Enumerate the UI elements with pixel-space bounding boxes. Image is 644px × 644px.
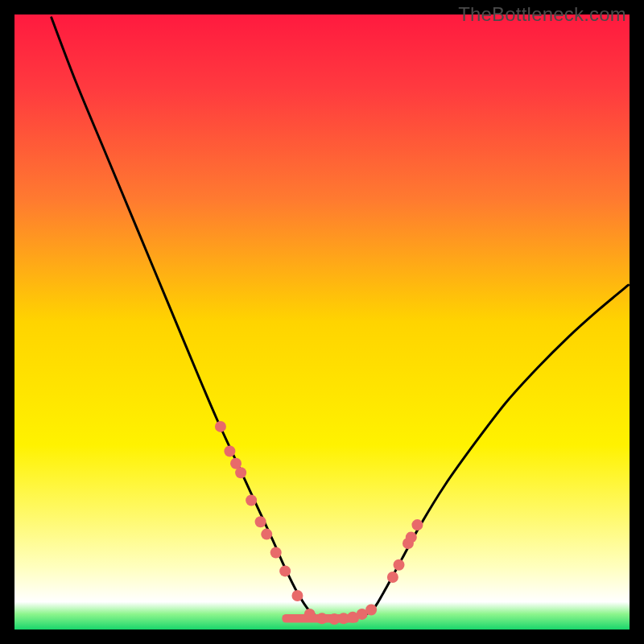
sample-dot [304, 609, 316, 620]
sample-dot [235, 467, 246, 478]
sample-dot [394, 559, 405, 571]
chart-background [14, 14, 630, 630]
sample-dot [406, 531, 417, 543]
sample-dot [270, 547, 282, 559]
sample-dot [411, 519, 423, 530]
sample-dot [255, 516, 266, 527]
bottleneck-chart [14, 14, 630, 630]
sample-dot [224, 445, 235, 456]
sample-dot [279, 565, 291, 576]
chart-frame [14, 14, 630, 630]
sample-dot [261, 529, 272, 540]
sample-dot [316, 613, 328, 624]
watermark-text: TheBottleneck.com [458, 3, 626, 26]
sample-dot [246, 495, 257, 506]
sample-dot [387, 572, 398, 583]
sample-dot [291, 590, 303, 601]
sample-dot [365, 605, 377, 616]
sample-dot [215, 421, 226, 432]
